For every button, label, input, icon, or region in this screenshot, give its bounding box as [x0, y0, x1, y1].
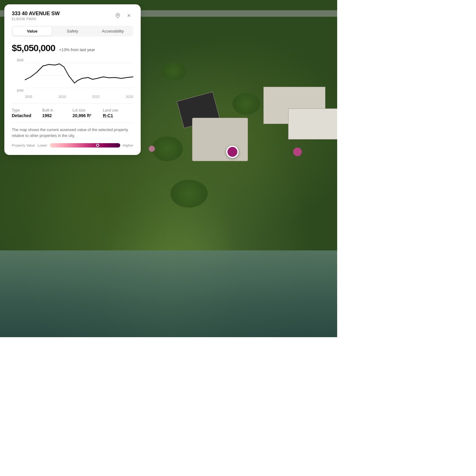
chart-y-label-4m: $4M — [12, 89, 24, 92]
divider-2 — [12, 122, 133, 123]
legend-property-label: Property Value — [12, 143, 35, 147]
value-section: $5,050,000 +13% from last year — [12, 43, 133, 53]
tab-safety[interactable]: Safety — [53, 27, 92, 36]
tree-cluster — [161, 62, 186, 81]
svg-point-0 — [117, 15, 118, 16]
chart-svg-area — [25, 58, 133, 92]
tree-cluster — [170, 180, 208, 208]
map-water — [0, 250, 337, 337]
chart-x-2020: 2020 — [126, 95, 133, 99]
value-chart: $6M $4M 2005 2010 2015 2020 — [12, 58, 133, 99]
chart-x-2015: 2015 — [92, 95, 99, 99]
address-neighborhood: ELBOW PARK — [12, 17, 60, 21]
tab-bar: Value Safety Accessibility — [12, 26, 133, 37]
tree-cluster — [152, 136, 183, 161]
prop-type: Type Detached — [12, 108, 42, 118]
property-details: Type Detached Built in 1992 Lot size 20,… — [12, 108, 133, 118]
building-2 — [192, 118, 248, 161]
property-panel: 333 40 AVENUE SW ELBOW PARK Value Safety… — [4, 4, 141, 155]
divider-1 — [12, 104, 133, 104]
map-pin-other[interactable] — [293, 148, 302, 156]
prop-land-value[interactable]: R-C1 — [103, 113, 133, 118]
chart-y-labels: $6M $4M — [12, 58, 24, 92]
value-amount: $5,050,000 — [12, 43, 55, 53]
property-value-legend: Property Value Lower Higher — [12, 143, 133, 148]
map-pin-small-1[interactable] — [149, 146, 155, 152]
prop-type-value: Detached — [12, 113, 42, 118]
chart-x-2005: 2005 — [25, 95, 32, 99]
prop-lot: Lot size 20,996 ft² — [73, 108, 103, 118]
legend-current-dot — [96, 144, 99, 147]
address-street: 333 40 AVENUE SW — [12, 11, 60, 17]
tab-value[interactable]: Value — [13, 27, 52, 36]
prop-lot-label: Lot size — [73, 108, 103, 112]
chart-x-2010: 2010 — [59, 95, 66, 99]
prop-land: Land use R-C1 — [103, 108, 133, 118]
address-block: 333 40 AVENUE SW ELBOW PARK — [12, 11, 60, 21]
chart-x-labels: 2005 2010 2015 2020 — [25, 93, 133, 99]
prop-land-label: Land use — [103, 108, 133, 112]
chart-y-label-6m: $6M — [12, 58, 24, 62]
prop-built: Built in 1992 — [42, 108, 73, 118]
header-icons — [113, 11, 133, 20]
prop-built-value: 1992 — [42, 113, 73, 118]
legend-higher-label: Higher — [123, 143, 133, 147]
map-pin-selected[interactable] — [226, 146, 239, 158]
map-description: The map shows the current assessed value… — [12, 127, 133, 139]
legend-gradient-bar — [50, 143, 121, 148]
tree-cluster — [232, 93, 260, 115]
prop-type-label: Type — [12, 108, 42, 112]
prop-lot-value: 20,996 ft² — [73, 113, 103, 118]
location-icon-button[interactable] — [113, 11, 122, 20]
building-4 — [288, 108, 337, 139]
panel-header: 333 40 AVENUE SW ELBOW PARK — [12, 11, 133, 21]
close-button[interactable] — [125, 11, 133, 20]
value-change: +13% from last year — [59, 47, 95, 52]
legend-lower-label: Lower — [37, 143, 47, 147]
tab-accessibility[interactable]: Accessibility — [93, 27, 132, 36]
prop-built-label: Built in — [42, 108, 73, 112]
